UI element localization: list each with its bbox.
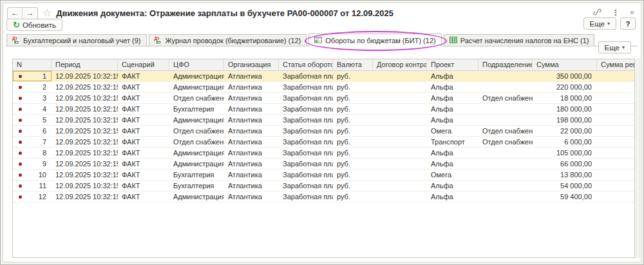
cell-scenario[interactable]: ФАКТ (118, 126, 169, 136)
more-menu-icon[interactable]: ⋮ (611, 8, 620, 17)
cell-org[interactable]: Атлантика (224, 104, 279, 114)
column-header-org[interactable]: Организация (224, 59, 279, 70)
cell-article[interactable]: Заработная плата ... (279, 115, 333, 125)
tab-budget-journal[interactable]: ДтКтЖурнал проводок (бюджетирование) (12… (149, 34, 307, 46)
cell-department[interactable] (478, 82, 533, 92)
table-row[interactable]: 512.09.2025 10:32:15ФАКТАдминистрацияАтл… (13, 115, 634, 126)
cell-cfo[interactable]: Администрация (169, 71, 224, 81)
cell-n[interactable]: 11 (13, 181, 52, 191)
cell-contract[interactable] (373, 71, 427, 81)
cell-org[interactable]: Атлантика (224, 126, 279, 136)
cell-n[interactable]: 12 (13, 191, 52, 202)
cell-contract[interactable] (373, 126, 427, 136)
cell-department[interactable]: Отдел снабжения (478, 126, 533, 136)
cell-period[interactable]: 12.09.2025 10:32:15 (52, 137, 118, 147)
cell-project[interactable]: Альфа (427, 115, 478, 125)
cell-article[interactable]: Заработная плата ... (279, 191, 333, 202)
cell-n[interactable]: 1 (13, 71, 52, 81)
cell-n[interactable]: 2 (13, 82, 52, 92)
cell-department[interactable] (478, 191, 533, 202)
back-button[interactable]: ← (8, 8, 23, 19)
cell-sum[interactable]: 66 000,00 (533, 159, 597, 169)
cell-period[interactable]: 12.09.2025 10:32:15 (52, 93, 118, 103)
cell-org[interactable]: Атлантика (224, 191, 279, 202)
table-row[interactable]: 112.09.2025 10:32:15ФАКТАдминистрацияАтл… (13, 71, 634, 82)
column-header-scenario[interactable]: Сценарий (118, 59, 169, 70)
cell-org[interactable]: Атлантика (224, 170, 279, 180)
cell-contract[interactable] (373, 148, 427, 158)
cell-period[interactable]: 12.09.2025 10:32:15 (52, 71, 118, 81)
cell-scenario[interactable]: ФАКТ (118, 170, 169, 180)
cell-article[interactable]: Заработная плата ... (279, 82, 333, 92)
cell-article[interactable]: Заработная плата (279, 93, 333, 103)
cell-department[interactable] (478, 159, 533, 169)
cell-n[interactable]: 6 (13, 126, 52, 136)
cell-cfo[interactable]: Отдел снабжения (169, 137, 224, 147)
link-icon[interactable] (593, 8, 601, 17)
column-header-sum[interactable]: Сумма (533, 59, 597, 70)
cell-org[interactable]: Атлантика (224, 159, 279, 169)
cell-department[interactable] (478, 181, 533, 191)
cell-sum[interactable]: 59 400,00 (533, 191, 597, 202)
cell-article[interactable]: Заработная плата ... (279, 71, 333, 81)
help-button[interactable]: ? (620, 17, 636, 30)
cell-org[interactable]: Атлантика (224, 93, 279, 103)
cell-period[interactable]: 12.09.2025 10:32:15 (52, 148, 118, 158)
table-row[interactable]: 1112.09.2025 10:32:15ФАКТБухгалтерияАтла… (13, 181, 634, 191)
cell-sum[interactable]: 22 000,00 (533, 126, 597, 136)
table-row[interactable]: 312.09.2025 10:32:15ФАКТОтдел снабженияА… (13, 93, 634, 104)
cell-cfo[interactable]: Бухгалтерия (169, 170, 224, 180)
cell-period[interactable]: 12.09.2025 10:32:15 (52, 82, 118, 92)
table-row[interactable]: 212.09.2025 10:32:15ФАКТАдминистрацияАтл… (13, 82, 634, 93)
cell-cfo[interactable]: Отдел снабжения (169, 93, 224, 103)
close-icon[interactable]: × (629, 8, 634, 17)
cell-sum_regl[interactable] (597, 104, 634, 114)
cell-scenario[interactable]: ФАКТ (118, 191, 169, 202)
list-more-button[interactable]: Еще ▾ (598, 41, 631, 54)
cell-department[interactable] (478, 104, 533, 114)
cell-sum[interactable]: 180 000,00 (533, 104, 597, 114)
cell-sum_regl[interactable] (597, 148, 634, 158)
cell-article[interactable]: Заработная плата ... (279, 181, 333, 191)
cell-currency[interactable]: руб. (333, 104, 373, 114)
cell-sum_regl[interactable] (597, 137, 634, 147)
column-header-currency[interactable]: Валюта (333, 59, 373, 70)
cell-cfo[interactable]: Администрация (169, 148, 224, 158)
cell-sum_regl[interactable] (597, 82, 634, 92)
cell-scenario[interactable]: ФАКТ (118, 104, 169, 114)
cell-department[interactable]: Отдел снабжения (478, 137, 533, 147)
cell-period[interactable]: 12.09.2025 10:32:15 (52, 191, 118, 202)
cell-period[interactable]: 12.09.2025 10:32:15 (52, 159, 118, 169)
forward-button[interactable]: → (23, 8, 37, 19)
cell-cfo[interactable]: Администрация (169, 82, 224, 92)
cell-article[interactable]: Заработная плата ... (279, 159, 333, 169)
cell-article[interactable]: Заработная плата (279, 137, 333, 147)
cell-cfo[interactable]: Отдел снабжения (169, 126, 224, 136)
tab-budget-turnovers[interactable]: Обороты по бюджетам (БИТ) (12) (308, 34, 441, 46)
cell-cfo[interactable]: Бухгалтерия (169, 181, 224, 191)
cell-currency[interactable]: руб. (333, 126, 373, 136)
cell-sum[interactable]: 350 000,00 (533, 71, 597, 81)
cell-contract[interactable] (373, 93, 427, 103)
cell-period[interactable]: 12.09.2025 10:32:15 (52, 104, 118, 114)
table-row[interactable]: 812.09.2025 10:32:15ФАКТАдминистрацияАтл… (13, 148, 634, 159)
cell-project[interactable]: Альфа (427, 82, 478, 92)
cell-sum[interactable]: 220 000,00 (533, 82, 597, 92)
cell-sum_regl[interactable] (597, 93, 634, 103)
table-row[interactable]: 412.09.2025 10:32:15ФАКТБухгалтерияАтлан… (13, 104, 634, 115)
cell-sum_regl[interactable] (597, 115, 634, 125)
cell-scenario[interactable]: ФАКТ (118, 159, 169, 169)
column-header-period[interactable]: Период (52, 59, 118, 70)
cell-project[interactable]: Альфа (427, 93, 478, 103)
cell-org[interactable]: Атлантика (224, 115, 279, 125)
cell-currency[interactable]: руб. (333, 148, 373, 158)
column-header-project[interactable]: Проект (427, 59, 478, 70)
cell-project[interactable]: Альфа (427, 191, 478, 202)
cell-article[interactable]: Заработная плата (279, 170, 333, 180)
column-header-contract[interactable]: Договор контрагента (373, 59, 427, 70)
cell-scenario[interactable]: ФАКТ (118, 115, 169, 125)
cell-currency[interactable]: руб. (333, 115, 373, 125)
cell-cfo[interactable]: Администрация (169, 159, 224, 169)
cell-n[interactable]: 5 (13, 115, 52, 125)
column-header-n[interactable]: N (13, 59, 52, 70)
